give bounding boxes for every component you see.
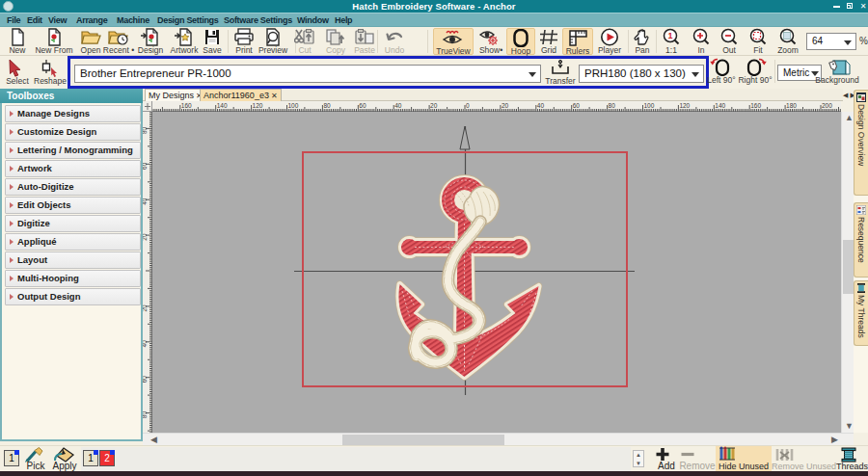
svg-text:20: 20: [430, 102, 438, 109]
svg-text:80: 80: [143, 411, 148, 419]
svg-text:100: 100: [644, 102, 655, 109]
svg-text:160: 160: [750, 102, 761, 109]
svg-text:200: 200: [822, 102, 832, 109]
svg-text:80: 80: [143, 126, 148, 134]
svg-text:100: 100: [288, 102, 299, 109]
svg-text:40: 40: [143, 198, 148, 205]
svg-text:1: 1: [667, 31, 672, 40]
svg-text:60: 60: [143, 162, 148, 170]
svg-text:80: 80: [609, 102, 616, 109]
svg-text:160: 160: [181, 102, 192, 109]
svg-text:120: 120: [253, 102, 263, 109]
svg-text:0: 0: [466, 102, 470, 109]
svg-text:60: 60: [573, 102, 581, 109]
svg-text:180: 180: [786, 102, 797, 109]
svg-text:40: 40: [394, 102, 402, 109]
svg-text:60: 60: [359, 102, 366, 109]
svg-text:20: 20: [143, 233, 148, 241]
svg-text:60: 60: [143, 376, 148, 383]
svg-text:120: 120: [679, 102, 690, 109]
svg-text:20: 20: [143, 304, 148, 312]
svg-text:40: 40: [537, 102, 545, 109]
svg-text:40: 40: [143, 340, 148, 348]
svg-text:80: 80: [323, 102, 331, 109]
svg-text:140: 140: [217, 102, 228, 109]
svg-text:20: 20: [502, 102, 509, 109]
svg-text:140: 140: [715, 102, 725, 109]
